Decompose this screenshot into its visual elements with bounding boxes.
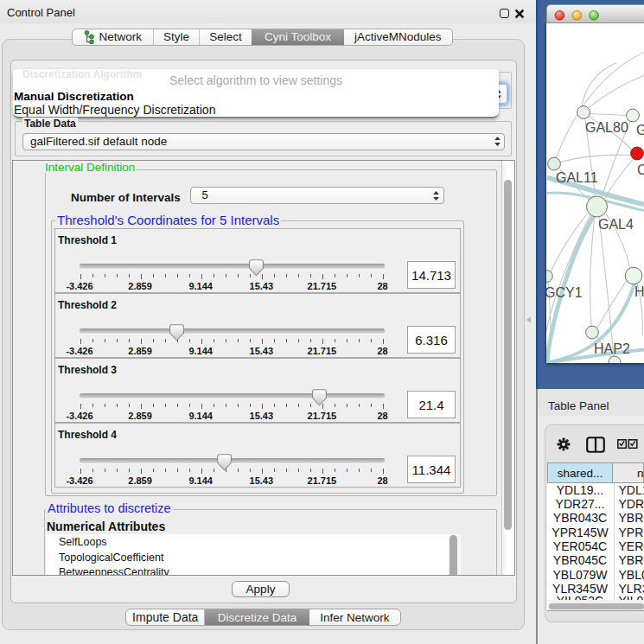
svg-text:GAL80: GAL80 <box>585 119 628 134</box>
svg-text:H: H <box>634 284 644 298</box>
svg-text:C: C <box>637 162 644 176</box>
svg-text:GAL4: GAL4 <box>598 216 634 231</box>
svg-text:GCY1: GCY1 <box>546 284 583 299</box>
svg-text:GAL11: GAL11 <box>556 169 598 184</box>
svg-text:GA: GA <box>636 122 644 137</box>
svg-text:HAP2: HAP2 <box>594 341 630 355</box>
